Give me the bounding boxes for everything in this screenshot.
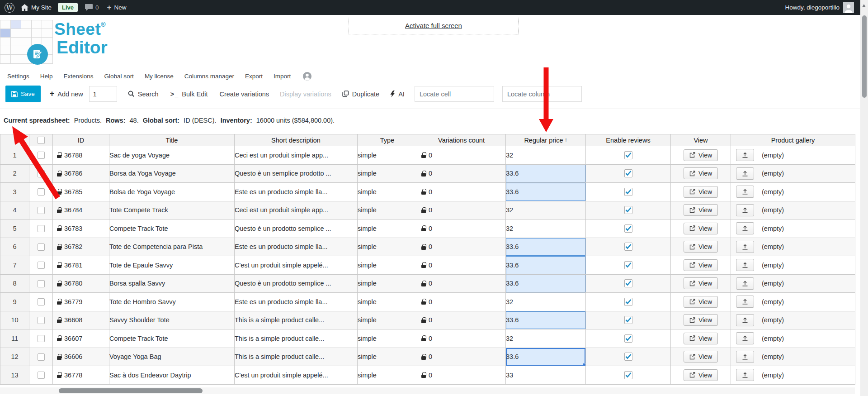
row-checkbox[interactable] [38, 188, 45, 196]
reviews-checkbox[interactable] [624, 334, 632, 343]
row-checkbox[interactable] [38, 335, 45, 342]
reviews-checkbox[interactable] [624, 298, 632, 306]
column-header-short-description[interactable]: Short description [235, 134, 358, 146]
cell-id[interactable]: 36786 [53, 164, 109, 183]
cell-title[interactable]: Savvy Shoulder Tote [109, 311, 235, 329]
cell-variations-count[interactable]: 0 [417, 329, 506, 348]
row-number[interactable]: 12 [0, 348, 29, 366]
view-button[interactable]: View [684, 259, 718, 271]
cell-regular-price[interactable]: 32 [506, 329, 586, 348]
cell-variations-count[interactable]: 0 [417, 293, 506, 311]
row-number[interactable]: 4 [0, 201, 29, 219]
row-number[interactable]: 11 [0, 329, 29, 348]
admin-bar-comments[interactable]: 0 [85, 4, 99, 11]
account-icon[interactable] [302, 72, 312, 81]
upload-button[interactable] [736, 314, 754, 326]
cell-short-description[interactable]: This is a simple product calle... [235, 329, 358, 348]
avatar[interactable] [843, 2, 854, 13]
row-checkbox[interactable] [38, 207, 45, 214]
view-button[interactable]: View [684, 314, 718, 326]
view-button[interactable]: View [684, 369, 718, 381]
column-header-variations-count[interactable]: Variations count [417, 134, 506, 146]
view-button[interactable]: View [684, 223, 718, 234]
ai-button[interactable]: AI [390, 91, 405, 98]
row-checkbox[interactable] [38, 298, 45, 305]
cell-id[interactable]: 36779 [53, 293, 109, 311]
upload-button[interactable] [736, 241, 754, 253]
add-new-button[interactable]: + Add new [50, 89, 83, 99]
cell-type[interactable]: simple [358, 201, 417, 219]
upload-button[interactable] [736, 222, 754, 234]
upload-button[interactable] [736, 351, 754, 363]
row-number[interactable]: 1 [0, 146, 29, 165]
cell-type[interactable]: simple [358, 274, 417, 293]
cell-type[interactable]: simple [358, 329, 417, 348]
cell-type[interactable]: simple [358, 256, 417, 275]
cell-variations-count[interactable]: 0 [417, 201, 506, 219]
upload-button[interactable] [736, 296, 754, 308]
reviews-checkbox[interactable] [624, 353, 632, 361]
cell-type[interactable]: simple [358, 293, 417, 311]
reviews-checkbox[interactable] [624, 224, 632, 233]
cell-id[interactable]: 36607 [53, 329, 109, 348]
cell-variations-count[interactable]: 0 [417, 164, 506, 183]
cell-title[interactable]: Compete Track Tote [109, 219, 235, 238]
wordpress-logo-icon[interactable]: W [5, 3, 14, 13]
select-all-checkbox[interactable] [38, 137, 45, 144]
cell-type[interactable]: simple [358, 183, 417, 201]
column-header-type[interactable]: Type [358, 134, 417, 146]
cell-id[interactable]: 36782 [53, 238, 109, 256]
cell-short-description[interactable]: C'est un produit simple appelé... [235, 366, 358, 385]
row-checkbox[interactable] [38, 317, 45, 324]
duplicate-button[interactable]: Duplicate [342, 91, 379, 98]
bulk-edit-button[interactable]: >_ Bulk Edit [170, 91, 208, 98]
create-variations-button[interactable]: Create variations [219, 91, 269, 98]
admin-bar-site[interactable]: My Site [21, 4, 52, 11]
upload-button[interactable] [736, 204, 754, 216]
add-new-count-input[interactable] [89, 86, 117, 102]
reviews-checkbox[interactable] [624, 188, 632, 196]
cell-title[interactable]: Tote de Epaule Savvy [109, 256, 235, 275]
cell-regular-price[interactable]: 32 [506, 201, 586, 219]
activate-fullscreen-link[interactable]: Activate full screen [405, 22, 462, 29]
view-button[interactable]: View [684, 167, 718, 179]
row-checkbox[interactable] [38, 152, 45, 159]
column-header-enable-reviews[interactable]: Enable reviews [586, 134, 671, 146]
column-header-id[interactable]: ID [53, 134, 109, 146]
upload-button[interactable] [736, 167, 754, 180]
cell-short-description[interactable]: Questo è un prodotto semplice ... [235, 274, 358, 293]
cell-variations-count[interactable]: 0 [417, 348, 506, 366]
cell-regular-price[interactable]: 32 [506, 293, 586, 311]
row-checkbox[interactable] [38, 262, 45, 269]
cell-id[interactable]: 36785 [53, 183, 109, 201]
row-checkbox[interactable] [38, 353, 45, 361]
menu-item-my-license[interactable]: My license [145, 73, 174, 80]
row-number[interactable]: 9 [0, 293, 29, 311]
cell-id[interactable]: 36780 [53, 274, 109, 293]
cell-title[interactable]: Compete Track Tote [109, 329, 235, 348]
admin-bar-new[interactable]: + New [107, 3, 127, 12]
row-checkbox[interactable] [38, 372, 45, 379]
column-header-product-gallery[interactable]: Product gallery [731, 134, 855, 146]
row-number[interactable]: 7 [0, 256, 29, 275]
menu-item-columns-manager[interactable]: Columns manager [184, 73, 234, 80]
cell-short-description[interactable]: Questo è un semplice prodotto ... [235, 164, 358, 183]
locate-column-input[interactable] [502, 86, 582, 102]
howdy-text[interactable]: Howdy, diegoportillo [785, 4, 840, 11]
cell-variations-count[interactable]: 0 [417, 238, 506, 256]
cell-title[interactable]: Voyage Yoga Bag [109, 348, 235, 366]
menu-item-settings[interactable]: Settings [7, 73, 29, 80]
cell-id[interactable]: 36778 [53, 366, 109, 385]
cell-id[interactable]: 36606 [53, 348, 109, 366]
row-number[interactable]: 3 [0, 183, 29, 201]
cell-variations-count[interactable]: 0 [417, 311, 506, 329]
menu-item-global-sort[interactable]: Global sort [104, 73, 134, 80]
view-button[interactable]: View [684, 186, 718, 198]
row-checkbox[interactable] [38, 170, 45, 177]
cell-type[interactable]: simple [358, 238, 417, 256]
cell-short-description[interactable]: Questo è un prodotto semplice ... [235, 219, 358, 238]
cell-regular-price[interactable]: 33 [506, 366, 586, 385]
cell-regular-price[interactable]: 32 [506, 146, 586, 165]
view-button[interactable]: View [684, 204, 718, 216]
cell-short-description[interactable]: This is a simple product calle... [235, 311, 358, 329]
